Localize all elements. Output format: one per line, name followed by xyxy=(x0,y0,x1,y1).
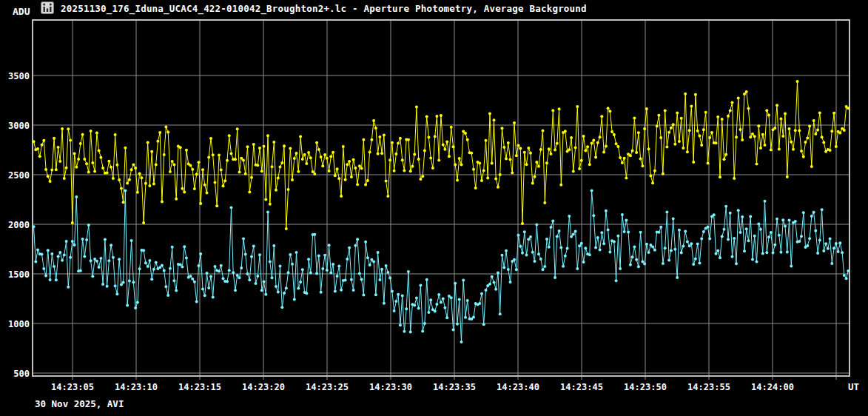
data-point[interactable] xyxy=(690,242,693,245)
data-point[interactable] xyxy=(299,281,302,284)
data-point[interactable] xyxy=(659,226,662,229)
data-point[interactable] xyxy=(328,170,331,172)
data-point[interactable] xyxy=(764,200,767,203)
data-point[interactable] xyxy=(299,135,302,138)
data-point[interactable] xyxy=(548,147,551,150)
data-point[interactable] xyxy=(452,145,455,148)
data-point[interactable] xyxy=(203,294,206,297)
data-point[interactable] xyxy=(53,265,55,268)
data-point[interactable] xyxy=(708,136,711,139)
data-point[interactable] xyxy=(759,228,762,231)
data-point[interactable] xyxy=(464,132,467,135)
data-point[interactable] xyxy=(645,243,648,246)
data-point[interactable] xyxy=(814,132,817,135)
data-point[interactable] xyxy=(118,178,121,181)
data-point[interactable] xyxy=(126,304,129,307)
data-point[interactable] xyxy=(733,237,736,240)
data-point[interactable] xyxy=(356,183,359,186)
data-point[interactable] xyxy=(222,277,225,280)
data-point[interactable] xyxy=(464,316,467,319)
data-point[interactable] xyxy=(435,303,438,306)
data-point[interactable] xyxy=(715,252,718,255)
data-point[interactable] xyxy=(374,127,377,130)
data-point[interactable] xyxy=(543,201,546,204)
data-point[interactable] xyxy=(657,231,660,234)
data-point[interactable] xyxy=(271,165,274,168)
data-point[interactable] xyxy=(682,147,684,150)
data-point[interactable] xyxy=(114,284,117,287)
data-point[interactable] xyxy=(582,135,585,138)
data-point[interactable] xyxy=(832,112,835,115)
data-point[interactable] xyxy=(172,164,175,167)
data-point[interactable] xyxy=(110,244,112,246)
data-point[interactable] xyxy=(297,286,300,289)
data-point[interactable] xyxy=(556,142,559,145)
data-point[interactable] xyxy=(195,172,198,175)
data-point[interactable] xyxy=(354,244,357,247)
data-point[interactable] xyxy=(238,276,241,279)
data-point[interactable] xyxy=(377,152,380,155)
data-point[interactable] xyxy=(411,165,414,168)
data-point[interactable] xyxy=(456,178,459,181)
data-point[interactable] xyxy=(664,246,667,249)
data-point[interactable] xyxy=(364,184,367,187)
data-point[interactable] xyxy=(542,268,545,271)
data-point[interactable] xyxy=(285,286,288,289)
data-point[interactable] xyxy=(653,170,656,172)
data-point[interactable] xyxy=(230,152,233,155)
data-point[interactable] xyxy=(399,137,402,140)
data-point[interactable] xyxy=(42,267,45,270)
data-point[interactable] xyxy=(615,279,618,282)
data-point[interactable] xyxy=(98,266,101,269)
data-point[interactable] xyxy=(690,105,693,108)
data-point[interactable] xyxy=(413,304,416,307)
data-point[interactable] xyxy=(332,263,334,266)
data-point[interactable] xyxy=(790,265,793,268)
data-point[interactable] xyxy=(83,255,86,258)
data-point[interactable] xyxy=(130,239,133,242)
data-point[interactable] xyxy=(313,172,316,175)
data-point[interactable] xyxy=(348,160,351,163)
data-point[interactable] xyxy=(818,238,821,241)
data-point[interactable] xyxy=(329,272,332,275)
data-point[interactable] xyxy=(388,277,391,280)
data-point[interactable] xyxy=(616,235,619,238)
data-point[interactable] xyxy=(214,265,217,268)
data-point[interactable] xyxy=(423,322,426,325)
data-point[interactable] xyxy=(813,211,815,214)
data-point[interactable] xyxy=(786,250,789,253)
data-point[interactable] xyxy=(431,167,434,170)
data-point[interactable] xyxy=(804,141,807,144)
data-point[interactable] xyxy=(710,131,713,134)
data-point[interactable] xyxy=(519,245,522,248)
data-point[interactable] xyxy=(364,241,367,244)
data-point[interactable] xyxy=(639,158,642,161)
data-point[interactable] xyxy=(816,128,819,131)
data-point[interactable] xyxy=(670,127,673,130)
data-point[interactable] xyxy=(635,151,638,154)
data-point[interactable] xyxy=(95,131,98,134)
data-point[interactable] xyxy=(664,110,667,113)
data-point[interactable] xyxy=(55,168,58,171)
data-point[interactable] xyxy=(346,163,349,166)
data-point[interactable] xyxy=(631,150,634,152)
data-point[interactable] xyxy=(320,291,323,294)
data-point[interactable] xyxy=(44,275,47,278)
data-point[interactable] xyxy=(472,168,475,171)
data-point[interactable] xyxy=(780,117,783,120)
data-point[interactable] xyxy=(71,221,74,224)
data-point[interactable] xyxy=(236,127,239,130)
data-point[interactable] xyxy=(258,147,261,150)
data-point[interactable] xyxy=(808,237,811,240)
data-point[interactable] xyxy=(260,289,263,292)
data-point[interactable] xyxy=(206,192,209,195)
data-point[interactable] xyxy=(415,106,418,109)
data-point[interactable] xyxy=(369,264,371,266)
data-point[interactable] xyxy=(301,158,304,161)
data-point[interactable] xyxy=(653,249,656,252)
data-point[interactable] xyxy=(269,261,272,264)
data-point[interactable] xyxy=(238,170,241,173)
data-point[interactable] xyxy=(301,268,304,271)
data-point[interactable] xyxy=(511,172,514,175)
data-point[interactable] xyxy=(633,246,636,249)
